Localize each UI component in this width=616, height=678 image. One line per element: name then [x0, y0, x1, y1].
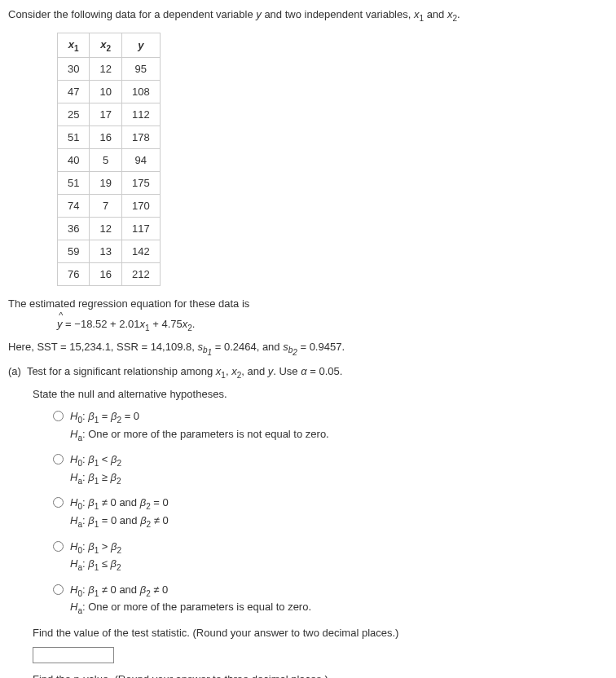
test-statistic-input[interactable] [33, 647, 114, 663]
cell: 59 [58, 240, 90, 263]
table-row: 5913142 [58, 240, 161, 263]
table-row: 5119175 [58, 172, 161, 195]
cell: 117 [121, 218, 160, 240]
cell: 47 [58, 81, 90, 103]
header-x2: x2 [90, 33, 121, 58]
radio-input[interactable] [53, 584, 64, 595]
cell: 74 [58, 195, 90, 218]
cell: 51 [58, 126, 90, 149]
cell: 16 [90, 126, 121, 149]
estimated-text: The estimated regression equation for th… [8, 297, 608, 310]
option-content: H0: β1 = β2 = 0 Ha: One or more of the p… [70, 408, 329, 443]
hypothesis-option-4[interactable]: H0: β1 > β2 Ha: β1 ≤ β2 [53, 539, 608, 574]
radio-input[interactable] [53, 541, 64, 552]
part-a-text: (a) Test for a significant relationship … [8, 365, 608, 380]
table-row: 4710108 [58, 81, 161, 103]
table-header-row: x1 x2 y [58, 33, 161, 58]
cell: 178 [121, 126, 160, 149]
cell: 175 [121, 172, 160, 195]
option-content: H0: β1 ≠ 0 and β2 ≠ 0 Ha: One or more of… [70, 582, 311, 617]
radio-input[interactable] [53, 497, 64, 508]
header-y: y [121, 33, 160, 58]
table-row: 3612117 [58, 218, 161, 240]
cell: 112 [121, 103, 160, 126]
cell: 5 [90, 149, 121, 172]
regression-equation: y = −18.52 + 2.01x1 + 4.75x2. [57, 318, 608, 332]
cell: 30 [58, 58, 90, 81]
cell: 108 [121, 81, 160, 103]
cell: 19 [90, 172, 121, 195]
data-table: x1 x2 y 301295 4710108 2517112 5116178 4… [57, 33, 161, 287]
option-content: H0: β1 < β2 Ha: β1 ≥ β2 [70, 451, 121, 486]
cell: 10 [90, 81, 121, 103]
cell: 7 [90, 195, 121, 218]
cell: 95 [121, 58, 160, 81]
cell: 76 [58, 263, 90, 286]
table-row: 7616212 [58, 263, 161, 286]
cell: 142 [121, 240, 160, 263]
cell: 13 [90, 240, 121, 263]
here-text: Here, SST = 15,234.1, SSR = 14,109.8, sb… [8, 341, 608, 358]
hypothesis-option-3[interactable]: H0: β1 ≠ 0 and β2 = 0 Ha: β1 = 0 and β2 … [53, 495, 608, 530]
cell: 94 [121, 149, 160, 172]
cell: 51 [58, 172, 90, 195]
state-hypotheses: State the null and alternative hypothese… [33, 388, 608, 400]
cell: 12 [90, 58, 121, 81]
radio-input[interactable] [53, 411, 64, 421]
hypothesis-option-2[interactable]: H0: β1 < β2 Ha: β1 ≥ β2 [53, 451, 608, 486]
option-content: H0: β1 ≠ 0 and β2 = 0 Ha: β1 = 0 and β2 … [70, 495, 169, 530]
table-row: 5116178 [58, 126, 161, 149]
find-p-value: Find the p-value. (Round your answer to … [33, 673, 608, 678]
cell: 212 [121, 263, 160, 286]
table-row: 2517112 [58, 103, 161, 126]
cell: 170 [121, 195, 160, 218]
radio-input[interactable] [53, 454, 64, 464]
find-test-statistic: Find the value of the test statistic. (R… [33, 627, 608, 639]
header-x1: x1 [58, 33, 90, 58]
cell: 25 [58, 103, 90, 126]
cell: 36 [58, 218, 90, 240]
hypothesis-option-1[interactable]: H0: β1 = β2 = 0 Ha: One or more of the p… [53, 408, 608, 443]
cell: 16 [90, 263, 121, 286]
cell: 40 [58, 149, 90, 172]
hypothesis-option-5[interactable]: H0: β1 ≠ 0 and β2 ≠ 0 Ha: One or more of… [53, 582, 608, 617]
cell: 12 [90, 218, 121, 240]
table-row: 747170 [58, 195, 161, 218]
table-row: 301295 [58, 58, 161, 81]
table-row: 40594 [58, 149, 161, 172]
option-content: H0: β1 > β2 Ha: β1 ≤ β2 [70, 539, 121, 574]
intro-text: Consider the following data for a depend… [8, 8, 608, 23]
cell: 17 [90, 103, 121, 126]
